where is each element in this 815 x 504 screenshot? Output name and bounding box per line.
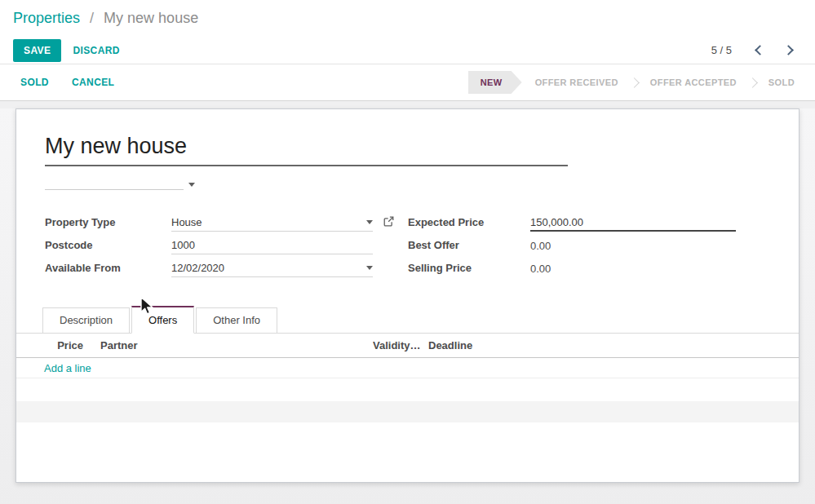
pager-previous-icon[interactable]: [755, 45, 765, 55]
postcode-input[interactable]: [171, 239, 373, 251]
add-line-row: Add a line: [16, 358, 799, 378]
tags-input[interactable]: [45, 175, 188, 187]
stage-offer-accepted[interactable]: OFFER ACCEPTED: [642, 71, 745, 94]
field-expected-price: Expected Price: [408, 210, 736, 233]
chevron-down-icon[interactable]: [366, 220, 373, 224]
tab-description[interactable]: Description: [42, 307, 130, 334]
external-link-icon[interactable]: [383, 215, 394, 230]
field-property-type: Property Type: [45, 210, 373, 233]
left-field-group: Property Type Postcode: [45, 210, 373, 279]
column-header-deadline[interactable]: Deadline: [428, 339, 799, 351]
tab-nav: Description Offers Other Info: [16, 306, 799, 334]
selling-price-label: Selling Price: [408, 262, 530, 274]
selling-price-value: 0.00: [530, 263, 551, 275]
add-a-line-link[interactable]: Add a line: [44, 362, 91, 374]
breadcrumb-record-name: My new house: [104, 10, 198, 26]
stage-sold[interactable]: SOLD: [760, 71, 803, 94]
expected-price-label: Expected Price: [408, 216, 530, 228]
offers-table-header: Price Partner Validity… Deadline: [16, 334, 799, 358]
statusbar: SOLD CANCEL NEW OFFER RECEIVED OFFER ACC…: [0, 64, 815, 101]
pager-next-icon[interactable]: [783, 45, 794, 55]
stage-separator-icon: [747, 77, 758, 88]
property-type-label: Property Type: [45, 216, 171, 228]
column-header-partner[interactable]: Partner: [83, 339, 373, 351]
pager: 5 / 5: [711, 44, 792, 56]
property-type-input[interactable]: [171, 216, 366, 228]
notebook: Description Offers Other Info Price Part…: [16, 306, 799, 422]
available-from-input[interactable]: [171, 262, 366, 274]
form-sheet: Property Type Postcode: [16, 108, 799, 483]
breadcrumb: Properties / My new house: [13, 10, 198, 27]
field-postcode: Postcode: [45, 233, 373, 256]
empty-table-row: [16, 401, 799, 422]
postcode-label: Postcode: [45, 239, 171, 251]
tab-other-info[interactable]: Other Info: [196, 307, 277, 334]
available-from-label: Available From: [45, 262, 171, 274]
column-header-price[interactable]: Price: [16, 339, 83, 351]
form-view-background: Property Type Postcode: [0, 108, 815, 504]
best-offer-value: 0.00: [530, 240, 551, 252]
chevron-down-icon[interactable]: [366, 266, 373, 270]
best-offer-label: Best Offer: [408, 239, 530, 251]
sold-action-button[interactable]: SOLD: [20, 77, 49, 88]
stage-separator-icon: [629, 77, 640, 88]
tab-offers[interactable]: Offers: [131, 306, 194, 334]
chevron-down-icon: [188, 183, 195, 187]
field-selling-price: Selling Price 0.00: [408, 256, 736, 279]
pager-value: 5 / 5: [711, 44, 732, 56]
breadcrumb-separator: /: [90, 10, 94, 26]
expected-price-input[interactable]: [530, 216, 736, 228]
stage-pipeline: NEW OFFER RECEIVED OFFER ACCEPTED SOLD: [468, 71, 803, 94]
cancel-action-button[interactable]: CANCEL: [72, 77, 114, 88]
breadcrumb-bar: Properties / My new house: [0, 0, 815, 37]
save-button[interactable]: SAVE: [13, 39, 61, 62]
stage-new[interactable]: NEW: [468, 71, 522, 94]
discard-button[interactable]: DISCARD: [73, 45, 119, 56]
field-best-offer: Best Offer 0.00: [408, 233, 736, 256]
stage-offer-received[interactable]: OFFER RECEIVED: [527, 71, 627, 94]
breadcrumb-properties-link[interactable]: Properties: [13, 10, 80, 26]
right-field-group: Expected Price Best Offer 0.00 Selling P…: [408, 210, 736, 279]
empty-table-row: [16, 378, 799, 401]
control-panel: SAVE DISCARD 5 / 5: [0, 37, 815, 64]
column-header-validity[interactable]: Validity…: [373, 339, 428, 351]
field-available-from: Available From: [45, 256, 373, 279]
tags-field[interactable]: [45, 174, 184, 190]
property-name-input[interactable]: [45, 134, 568, 166]
